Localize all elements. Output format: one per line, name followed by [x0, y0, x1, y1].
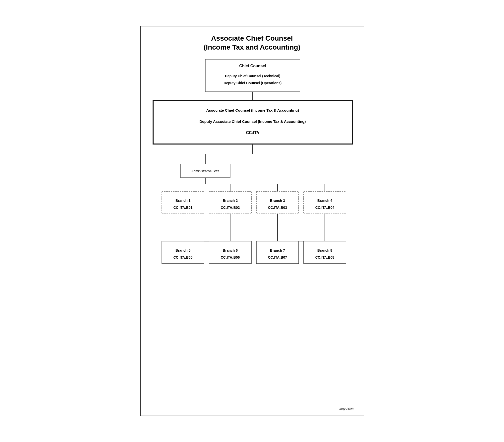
branch8-code: CC:ITA:B08 [315, 255, 334, 259]
org-chart: Chief Counsel Deputy Chief Counsel (Tech… [151, 59, 355, 403]
branch1-name: Branch 1 [175, 199, 190, 203]
branch1-code: CC:ITA:B01 [173, 206, 192, 210]
branch2-code: CC:ITA:B02 [221, 206, 240, 210]
svg-rect-27 [256, 241, 299, 264]
branch6-name: Branch 6 [223, 248, 238, 252]
svg-rect-18 [304, 191, 346, 214]
deputy-associate-title: Deputy Associate Chief Counsel (Income T… [199, 119, 306, 124]
associate-title: Associate Chief Counsel (Income Tax & Ac… [206, 108, 299, 112]
branch7-code: CC:ITA:B07 [268, 255, 287, 259]
deputy-chief-operations: Deputy Chief Counsel (Operations) [224, 81, 281, 85]
branch4-name: Branch 4 [317, 199, 332, 203]
chief-counsel-title: Chief Counsel [239, 64, 266, 68]
branch3-code: CC:ITA:B03 [268, 206, 287, 210]
branch7-name: Branch 7 [270, 248, 285, 252]
footer: May 2008 [151, 407, 354, 411]
branch2-name: Branch 2 [223, 199, 238, 203]
branch6-code: CC:ITA:B06 [221, 255, 240, 259]
branch5-name: Branch 5 [175, 248, 190, 252]
branch3-name: Branch 3 [270, 199, 285, 203]
deputy-chief-technical: Deputy Chief Counsel (Technical) [225, 74, 280, 78]
svg-rect-26 [209, 241, 251, 264]
svg-rect-28 [304, 241, 346, 264]
branch4-code: CC:ITA:B04 [315, 206, 334, 210]
svg-rect-12 [162, 191, 204, 214]
svg-rect-17 [256, 191, 299, 214]
branch5-code: CC:ITA:B05 [173, 255, 192, 259]
svg-rect-13 [209, 191, 251, 214]
svg-rect-25 [162, 241, 204, 264]
page-container: Associate Chief Counsel (Income Tax and … [140, 26, 364, 416]
footer-date: May 2008 [339, 407, 353, 411]
admin-staff-label: Administrative Staff [191, 169, 219, 173]
branch8-name: Branch 8 [317, 248, 332, 252]
page-title: Associate Chief Counsel (Income Tax and … [151, 34, 354, 52]
cc-ita-label: CC:ITA [246, 131, 259, 135]
